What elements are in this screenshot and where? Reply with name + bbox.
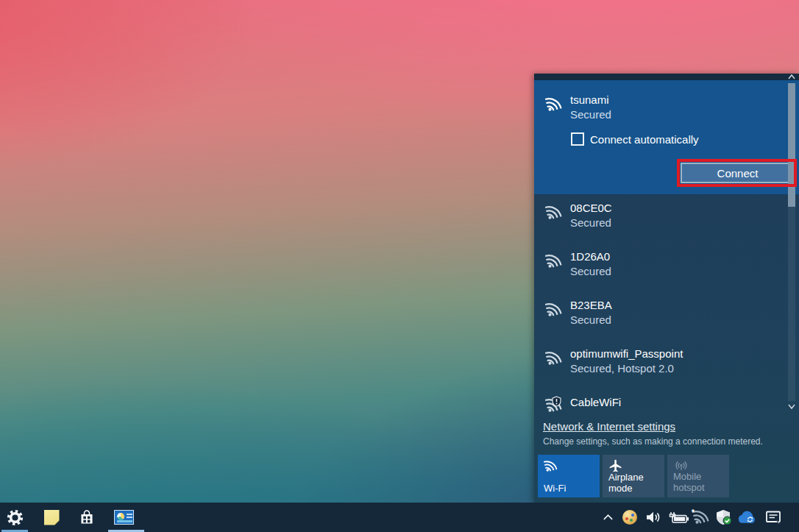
asterisk-badge: *	[692, 508, 695, 517]
network-row-08CE0C[interactable]: 08CE0C Secured	[534, 197, 787, 243]
shield-warning-badge	[552, 396, 561, 407]
scrollbar-thumb[interactable]	[788, 83, 795, 207]
wifi-signal-icon	[545, 300, 565, 320]
color-palette-icon[interactable]	[621, 503, 639, 532]
wifi-icon	[544, 458, 560, 475]
scroll-up-icon[interactable]	[788, 74, 795, 80]
taskbar: *	[0, 503, 799, 532]
selected-network-tsunami[interactable]: tsunami Secured Connect automatically Co…	[534, 80, 799, 194]
network-name: optimumwifi_Passpoint	[570, 347, 683, 360]
wifi-tile[interactable]: Wi-Fi	[538, 455, 600, 497]
show-hidden-icons-chevron[interactable]	[600, 503, 616, 532]
wifi-flyout-panel: tsunami Secured Connect automatically Co…	[534, 74, 799, 503]
scroll-down-icon[interactable]	[788, 403, 795, 410]
airplane-mode-tile[interactable]: Airplane mode	[603, 455, 664, 497]
defender-shield-icon[interactable]	[713, 503, 735, 532]
sticky-notes-icon[interactable]	[42, 503, 61, 532]
wifi-signal-icon	[545, 95, 565, 115]
network-status: Secured	[570, 265, 611, 277]
flyout-scrollbar	[787, 74, 796, 412]
network-row-optimumwifi[interactable]: optimumwifi_Passpoint Secured, Hotspot 2…	[534, 343, 787, 389]
network-status: Secured	[570, 108, 611, 121]
network-status: Secured, Hotspot 2.0	[570, 362, 674, 375]
connect-automatically-checkbox[interactable]	[571, 132, 584, 146]
settings-gear-icon[interactable]	[4, 503, 25, 532]
airplane-icon	[608, 458, 623, 473]
network-name: 1D26A0	[570, 250, 610, 263]
quick-action-tiles: Wi-Fi Airplane mode Mobile	[538, 455, 729, 497]
wifi-signal-icon	[545, 349, 565, 369]
network-row-1D26A0[interactable]: 1D26A0 Secured	[534, 246, 787, 291]
onedrive-sync-icon[interactable]	[736, 503, 758, 532]
network-name: CableWiFi	[570, 396, 621, 408]
network-internet-settings-link[interactable]: Network & Internet settings	[543, 420, 675, 433]
connect-button[interactable]: Connect	[681, 163, 795, 183]
network-name: tsunami	[570, 93, 609, 106]
wifi-signal-icon	[545, 203, 565, 223]
flyout-top-strip	[534, 74, 799, 80]
wifi-open-warning-icon	[545, 396, 565, 416]
tile-label: Airplane mode	[608, 472, 664, 494]
network-name: B23EBA	[570, 299, 612, 311]
network-status: Secured	[570, 313, 611, 326]
volume-icon[interactable]	[643, 503, 664, 532]
action-center-icon[interactable]	[762, 503, 784, 532]
mobile-hotspot-tile[interactable]: Mobile hotspot	[667, 455, 729, 497]
microsoft-store-icon[interactable]	[77, 503, 97, 532]
tile-label: Mobile hotspot	[673, 471, 719, 493]
battery-charging-icon[interactable]	[667, 503, 692, 532]
network-row-B23EBA[interactable]: B23EBA Secured	[534, 294, 787, 340]
settings-caption: Change settings, such as making a connec…	[543, 436, 763, 447]
network-status: Secured	[570, 216, 611, 229]
connect-automatically-label: Connect automatically	[590, 133, 699, 146]
network-name: 08CE0C	[570, 202, 612, 214]
wifi-signal-icon	[545, 252, 565, 272]
wifi-available-icon[interactable]: *	[692, 503, 712, 532]
tile-label: Wi-Fi	[544, 483, 566, 494]
display-app-icon[interactable]	[112, 503, 135, 532]
